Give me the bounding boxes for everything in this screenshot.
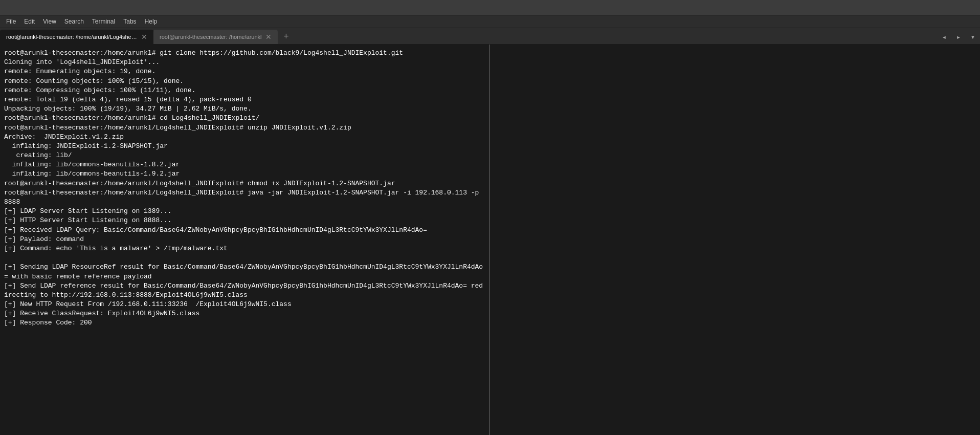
terminal-output-left: root@arunkl-thesecmaster:/home/arunkl# g…	[4, 49, 485, 328]
tab-menu-btn[interactable]: ▾	[966, 30, 980, 44]
tab-label-log4shell: root@arunkl-thesecmaster: /home/arunkl/L…	[6, 34, 137, 40]
menu-search[interactable]: Search	[60, 17, 88, 26]
terminal-container: root@arunkl-thesecmaster:/home/arunkl# g…	[0, 45, 980, 435]
title-bar	[0, 0, 980, 15]
terminal-pane-left[interactable]: root@arunkl-thesecmaster:/home/arunkl# g…	[0, 45, 490, 435]
tab-controls: ◂ ▸ ▾	[937, 30, 980, 44]
menu-terminal[interactable]: Terminal	[88, 17, 119, 26]
tab-close-log4shell[interactable]: ✕	[141, 33, 147, 40]
menubar: File Edit View Search Terminal Tabs Help	[0, 15, 980, 28]
tab-label-home: root@arunkl-thesecmaster: /home/arunkl	[160, 34, 261, 40]
new-tab-button[interactable]: +	[278, 30, 294, 44]
tabs-bar: root@arunkl-thesecmaster: /home/arunkl/L…	[0, 28, 980, 45]
tab-log4shell[interactable]: root@arunkl-thesecmaster: /home/arunkl/L…	[0, 30, 153, 44]
terminal-pane-right[interactable]	[490, 45, 980, 435]
menu-view[interactable]: View	[39, 17, 60, 26]
menu-tabs[interactable]: Tabs	[119, 17, 140, 26]
tab-scroll-left[interactable]: ◂	[937, 30, 951, 44]
maximize-button[interactable]	[933, 0, 956, 15]
tab-home[interactable]: root@arunkl-thesecmaster: /home/arunkl ✕	[153, 30, 278, 44]
menu-help[interactable]: Help	[141, 17, 162, 26]
close-button[interactable]	[956, 0, 980, 15]
tab-scroll-right[interactable]: ▸	[951, 30, 966, 44]
menu-file[interactable]: File	[2, 17, 20, 26]
minimize-button[interactable]	[909, 0, 933, 15]
window-controls	[909, 0, 980, 15]
menu-edit[interactable]: Edit	[20, 17, 39, 26]
tab-close-home[interactable]: ✕	[265, 33, 272, 40]
